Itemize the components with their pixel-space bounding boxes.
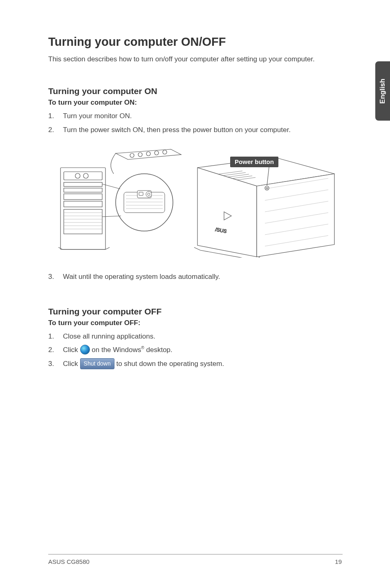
diagram-container: /SUS Power button (48, 143, 343, 259)
footer-rule (48, 554, 343, 554)
section-off-heading: Turning your computer OFF (48, 307, 343, 316)
svg-point-45 (266, 187, 268, 189)
off-step-1-text: Close all running applications. (63, 331, 343, 342)
on-step-3-num: 3. (48, 272, 63, 282)
svg-point-20 (116, 174, 173, 231)
footer-model: ASUS CG8580 (48, 558, 90, 565)
on-step-2-num: 2. (48, 125, 63, 135)
footer-page-number: 19 (335, 558, 342, 565)
off-step-2: 2. Click on the Windows® desktop. (48, 345, 343, 355)
section-off-subhead: To turn your computer OFF: (48, 319, 343, 327)
svg-rect-11 (64, 194, 102, 200)
power-button-diagram: /SUS Power button (48, 143, 343, 258)
registered-mark: ® (141, 346, 144, 350)
on-step-1-num: 1. (48, 111, 63, 121)
off-step-3-prefix: Click (63, 360, 80, 368)
off-step-2-suffix: desktop. (146, 346, 173, 354)
section-on-subhead: To turn your computer ON: (48, 99, 343, 107)
svg-rect-10 (64, 188, 102, 192)
off-step-2-prefix: Click (63, 346, 80, 354)
side-language-tab: English (375, 61, 390, 121)
svg-rect-9 (64, 182, 102, 186)
on-step-2: 2. Turn the power switch ON, then press … (48, 125, 343, 135)
section-on-heading: Turning your computer ON (48, 86, 343, 96)
off-step-3: 3. Click Shut down to shut down the oper… (48, 359, 343, 370)
off-step-2-mid: on the Windows (92, 346, 141, 354)
off-step-3-num: 3. (48, 359, 63, 370)
on-step-3-text: Wait until the operating system loads au… (63, 272, 343, 282)
page-title: Turning your computer ON/OFF (48, 35, 343, 49)
svg-point-28 (146, 191, 152, 197)
svg-rect-6 (64, 172, 102, 180)
main-content: Turning your computer ON/OFF This sectio… (48, 35, 343, 373)
off-step-1-num: 1. (48, 331, 63, 342)
off-step-2-num: 2. (48, 345, 63, 355)
on-step-3: 3. Wait until the operating system loads… (48, 272, 343, 282)
windows-start-icon (80, 345, 90, 355)
side-language-label: English (379, 79, 387, 103)
on-step-1-text: Turn your monitor ON. (63, 111, 343, 121)
intro-text: This section describes how to turn on/of… (48, 55, 343, 63)
on-step-2-text: Turn the power switch ON, then press the… (63, 125, 343, 135)
svg-rect-12 (64, 201, 102, 207)
off-step-1: 1. Close all running applications. (48, 331, 343, 342)
power-button-label: Power button (235, 158, 274, 165)
on-step-1: 1. Turn your monitor ON. (48, 111, 343, 121)
off-step-3-suffix: to shut down the operating system. (116, 360, 224, 368)
shut-down-button: Shut down (80, 358, 114, 369)
